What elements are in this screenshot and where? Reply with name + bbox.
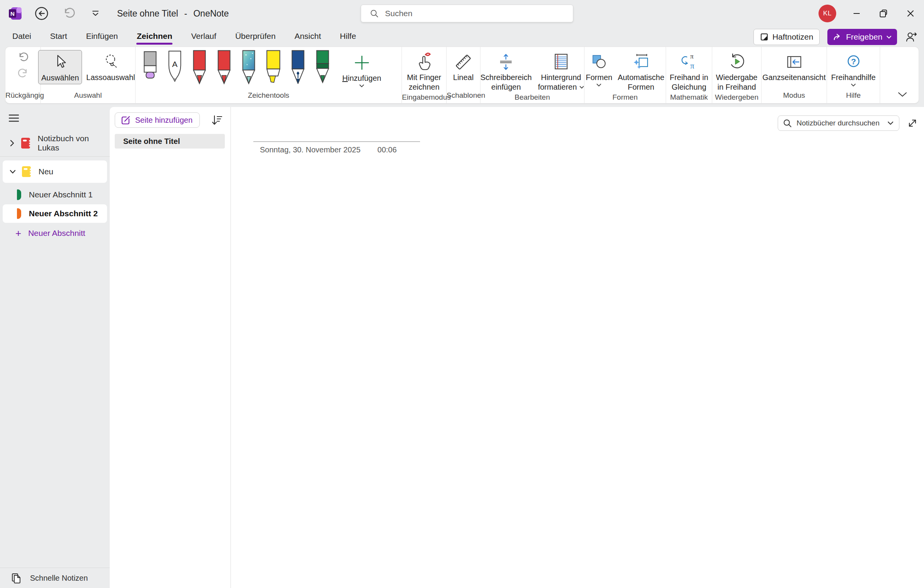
svg-text:?: ?: [851, 57, 856, 66]
notebook-search-input[interactable]: Notizbücher durchsuchen: [778, 115, 899, 131]
tab-verlauf[interactable]: Verlauf: [190, 30, 217, 44]
ink-to-math-button[interactable]: π π Freihand in Gleichung: [667, 50, 711, 93]
window-title-page: Seite ohne Titel: [117, 8, 178, 19]
full-page-view-icon: [785, 51, 803, 73]
ink-math-icon: π π: [680, 51, 698, 73]
lasso-select-button[interactable]: Lassoauswahl: [84, 50, 138, 84]
quick-notes-label: Schnelle Notizen: [30, 574, 88, 583]
quick-notes-button[interactable]: Schnelle Notizen: [0, 568, 110, 588]
restore-button[interactable]: [870, 0, 897, 27]
undo-button-titlebar[interactable]: [60, 5, 77, 22]
tab-datei[interactable]: Datei: [12, 30, 32, 44]
quick-access-toolbar-icon[interactable]: [87, 5, 104, 22]
collapse-ribbon-chevron-icon[interactable]: [898, 92, 907, 97]
auto-shapes-button[interactable]: Automatische Formen: [615, 50, 667, 93]
page-timestamp: Sonntag, 30. November 2025 00:06: [260, 145, 397, 154]
ink-help-button[interactable]: ? Freihandhilfe: [829, 50, 879, 88]
notebook-icon-yellow: [21, 165, 32, 178]
chevron-down-icon: [887, 121, 894, 125]
writing-area-icon: [497, 51, 515, 73]
format-background-button[interactable]: Hintergrund formatieren: [535, 50, 587, 93]
ribbon-group-undo: Rückgängig: [5, 47, 41, 103]
haftnotizen-button[interactable]: Haftnotizen: [753, 29, 820, 45]
ruler-icon: [454, 51, 473, 73]
freigeben-button[interactable]: Freigeben: [827, 29, 897, 45]
search-icon: [370, 9, 379, 18]
insert-writing-area-button[interactable]: Schreibbereich einfügen: [478, 50, 534, 93]
text-pen-tool[interactable]: A: [165, 50, 185, 90]
yellow-highlighter-tool[interactable]: [263, 50, 283, 90]
red-pen-1-tool[interactable]: [189, 50, 209, 90]
content-area: Seite hinzufügen Seite ohne Titel Notizb…: [110, 107, 924, 588]
svg-text:A: A: [172, 60, 178, 68]
page-canvas[interactable]: Notizbücher durchsuchen Sonntag, 30. Nov…: [231, 107, 924, 588]
shapes-button[interactable]: Formen: [583, 50, 615, 88]
undo-icon[interactable]: [17, 52, 30, 64]
draw-with-finger-button[interactable]: Mit Finger zeichnen: [404, 50, 444, 93]
add-section-label: Neuer Abschnitt: [28, 229, 85, 238]
search-placeholder: Suchen: [385, 9, 412, 18]
share-contact-icon[interactable]: [905, 31, 918, 43]
add-page-label: Seite hinzufügen: [135, 116, 192, 125]
page-list-item-selected[interactable]: Seite ohne Titel: [115, 134, 225, 149]
select-tool-button[interactable]: Auswählen: [38, 50, 82, 84]
ruler-button[interactable]: Lineal: [450, 50, 476, 84]
chevron-down-icon: [886, 35, 892, 39]
red-pen-2-tool[interactable]: [214, 50, 234, 90]
sort-pages-icon[interactable]: [211, 115, 223, 125]
auto-shapes-icon: [631, 51, 651, 73]
sidebar-notebook-current[interactable]: Neu: [3, 160, 107, 183]
page-title-divider: [253, 141, 420, 142]
section-color-green: [17, 189, 21, 200]
galaxy-pen-tool[interactable]: [239, 50, 259, 90]
chevron-down-icon: [7, 170, 18, 174]
eraser-tool[interactable]: [140, 50, 160, 90]
sidebar-notebook-parent[interactable]: Notizbuch von Lukas: [3, 134, 107, 152]
ribbon-group-selection: Auswählen Lassoauswahl Auswahl: [41, 47, 136, 103]
lasso-icon: [102, 51, 119, 73]
hamburger-menu-icon[interactable]: [8, 112, 22, 124]
window-title: Seite ohne Titel - OneNote: [117, 8, 229, 19]
chevron-down-icon: [851, 84, 856, 87]
page-list-panel: Seite hinzufügen Seite ohne Titel: [110, 107, 231, 588]
tab-ueberpruefen[interactable]: Überprüfen: [234, 30, 276, 44]
tab-zeichnen[interactable]: Zeichnen: [136, 30, 173, 44]
tab-start[interactable]: Start: [49, 30, 68, 44]
add-page-button[interactable]: Seite hinzufügen: [115, 112, 200, 128]
sidebar-section-2[interactable]: Neuer Abschnitt 2: [3, 204, 107, 223]
notebook-sidebar: Notizbuch von Lukas Neu Neuer Abschnitt …: [0, 107, 110, 588]
sidebar-divider: [0, 156, 110, 157]
tab-einfuegen[interactable]: Einfügen: [85, 30, 119, 44]
window-title-app: OneNote: [193, 8, 229, 19]
add-section-button[interactable]: + Neuer Abschnitt: [3, 226, 107, 241]
account-avatar[interactable]: KL: [819, 5, 836, 22]
shapes-icon: [590, 51, 608, 73]
window-title-separator: -: [184, 8, 187, 19]
group-label-math: Mathematik: [666, 93, 712, 105]
group-label-edit: Bearbeiten: [480, 93, 584, 105]
pen-gallery: A: [140, 50, 333, 90]
full-page-view-button[interactable]: Ganzseitenansicht: [760, 50, 829, 84]
notebook-paper-icon: [552, 51, 570, 73]
notebook-current-label: Neu: [38, 167, 54, 176]
tab-hilfe[interactable]: Hilfe: [339, 30, 357, 44]
sidebar-section-1[interactable]: Neuer Abschnitt 1: [3, 186, 107, 204]
blue-fountain-pen-tool[interactable]: [288, 50, 308, 90]
back-button[interactable]: [33, 5, 50, 22]
chevron-down-icon: [596, 84, 601, 87]
close-button[interactable]: [897, 0, 924, 27]
add-pen-button[interactable]: Hinzufügen: [340, 51, 384, 89]
expand-diagonal-icon[interactable]: [907, 118, 918, 129]
minimize-button[interactable]: [843, 0, 870, 27]
group-label-undo: Rückgängig: [5, 91, 40, 103]
ribbon-group-tools: A: [136, 47, 402, 103]
redo-icon[interactable]: [17, 68, 30, 80]
section-color-orange: [17, 208, 21, 219]
tab-ansicht[interactable]: Ansicht: [294, 30, 322, 44]
ink-replay-button[interactable]: Wiedergabe in Freihand: [713, 50, 760, 93]
global-search-input[interactable]: Suchen: [361, 5, 573, 22]
ribbon-group-mode: Ganzseitenansicht Modus: [762, 47, 827, 103]
green-marker-tool[interactable]: [313, 50, 333, 90]
search-icon: [783, 119, 792, 128]
section-1-label: Neuer Abschnitt 1: [29, 190, 93, 199]
